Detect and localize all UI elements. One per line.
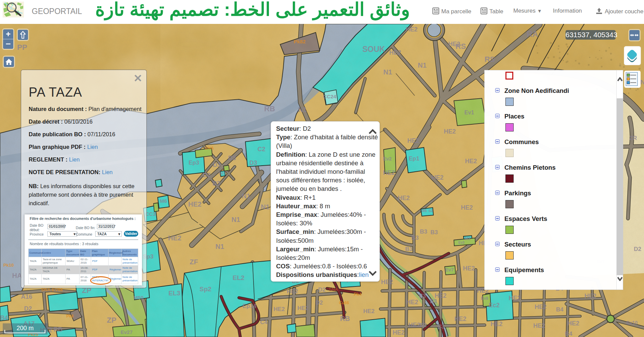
svg-text:EL3: EL3 [169,290,181,297]
svg-text:C4: C4 [260,319,268,325]
svg-text:RA: RA [527,30,538,39]
svg-text:CC24: CC24 [323,94,337,99]
svg-text:B4: B4 [0,314,8,321]
svg-text:B3: B3 [430,229,438,236]
svg-text:D2: D2 [315,299,323,306]
svg-text:HE2: HE2 [490,321,502,327]
svg-text:D2: D2 [634,246,641,252]
svg-text:HE2: HE2 [287,288,298,295]
svg-text:HE2: HE2 [533,322,545,329]
svg-text:Pk10: Pk10 [3,263,14,268]
svg-text:D2: D2 [318,286,326,293]
svg-text:N1: N1 [261,203,270,211]
svg-text:HE2: HE2 [408,322,420,328]
svg-text:HE2: HE2 [188,200,202,208]
svg-text:HE2: HE2 [383,169,395,176]
svg-text:HE2: HE2 [454,315,466,322]
svg-text:Pk82: Pk82 [294,39,305,44]
svg-text:HE2: HE2 [407,137,419,144]
svg-text:M5: M5 [421,209,427,213]
svg-text:Ev8: Ev8 [481,296,488,301]
svg-text:HE2: HE2 [461,204,473,211]
svg-text:HE2: HE2 [381,279,393,285]
svg-text:C2: C2 [257,146,265,153]
svg-text:HE2: HE2 [584,293,596,299]
svg-text:Ev10: Ev10 [627,320,638,325]
svg-text:HE2: HE2 [363,308,374,314]
svg-text:HE2: HE2 [389,49,401,56]
svg-text:D3: D3 [213,162,220,168]
svg-text:Ev1: Ev1 [464,110,474,115]
svg-text:A16: A16 [21,293,32,300]
svg-text:M6: M6 [160,198,167,204]
svg-text:ZF: ZF [190,258,198,266]
svg-text:HE2: HE2 [463,265,475,272]
svg-text:Ev27: Ev27 [120,329,132,335]
svg-text:HE2: HE2 [273,306,285,312]
svg-text:HE2: HE2 [534,304,546,310]
svg-text:Ev2: Ev2 [383,156,392,162]
svg-text:HE2: HE2 [444,128,456,135]
svg-text:N1: N1 [418,61,427,69]
svg-text:Ep3: Ep3 [188,159,199,166]
svg-text:ZR: ZR [629,135,637,141]
svg-text:HE2: HE2 [392,329,404,336]
svg-text:B4: B4 [565,331,572,337]
svg-text:SOUK: SOUK [362,45,385,54]
svg-text:N1: N1 [242,192,251,200]
svg-text:Sp2: Sp2 [200,285,212,293]
svg-text:M50: M50 [133,295,143,300]
svg-text:D3: D3 [212,180,220,187]
svg-text:RB: RB [264,104,275,113]
svg-text:B4: B4 [556,306,563,313]
svg-text:B3: B3 [405,246,413,252]
svg-text:HE2: HE2 [509,295,520,301]
svg-text:Ev7: Ev7 [445,267,454,272]
svg-text:B3: B3 [420,228,427,235]
svg-text:RB: RB [54,326,62,333]
svg-text:SNA: SNA [329,287,338,292]
svg-text:RS: RS [485,55,495,64]
svg-text:Pk4: Pk4 [354,292,362,297]
svg-text:HE2: HE2 [465,158,477,165]
svg-text:N1: N1 [215,243,224,250]
svg-text:B3: B3 [420,322,427,328]
svg-text:S2: S2 [428,209,433,213]
svg-text:B3: B3 [419,293,426,299]
svg-text:D2: D2 [24,305,32,312]
svg-text:N1: N1 [231,216,240,223]
svg-text:EL2: EL2 [233,274,245,281]
svg-text:Ep1: Ep1 [409,155,419,162]
svg-text:PP: PP [17,43,27,52]
svg-text:D3: D3 [203,172,211,179]
svg-text:HE2: HE2 [405,26,417,33]
svg-text:D3: D3 [228,155,236,162]
svg-text:Ep14: Ep14 [243,303,257,309]
svg-text:HE2: HE2 [406,299,418,306]
svg-text:ZP: ZP [107,316,116,324]
svg-text:D3: D3 [249,159,257,166]
svg-text:N1: N1 [383,68,392,76]
svg-text:B3: B3 [430,298,437,304]
svg-text:HE2: HE2 [398,195,410,201]
svg-text:Pk8: Pk8 [66,314,74,319]
svg-text:HE2: HE2 [431,174,443,181]
svg-text:B3: B3 [411,235,419,241]
svg-text:HE2: HE2 [168,234,182,242]
svg-text:HE2: HE2 [567,320,579,327]
svg-text:HE2: HE2 [448,41,460,47]
svg-text:N1: N1 [298,106,307,113]
svg-text:Ev3: Ev3 [458,241,464,244]
svg-text:CC3: CC3 [145,211,156,217]
svg-text:Ec2: Ec2 [489,302,500,309]
svg-text:SNA: SNA [204,145,214,151]
svg-text:HE2: HE2 [297,305,309,311]
svg-text:N: N [640,79,644,86]
svg-text:Cu66: Cu66 [339,300,349,305]
svg-text:M3: M3 [465,236,471,241]
svg-text:HE2: HE2 [434,292,446,299]
svg-text:B3: B3 [438,324,445,329]
svg-text:Sc1: Sc1 [218,170,226,175]
svg-text:RB: RB [340,315,350,322]
